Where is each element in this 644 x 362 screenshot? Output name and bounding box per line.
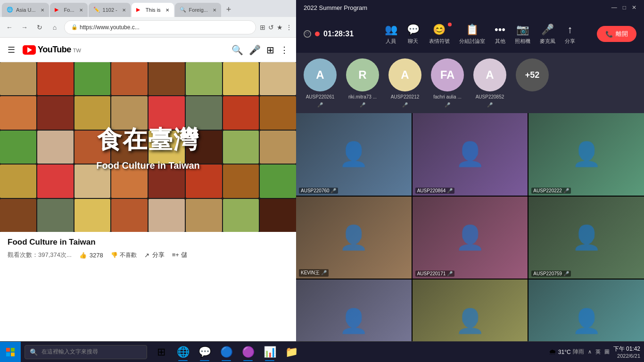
- participant-5[interactable]: A AUSP220852 🎤: [473, 58, 506, 107]
- zoom-toolbar: 🛡 01:28:31 👥 人員 💬 聊天 😊 表情符號 📋 分組討論室: [296, 15, 644, 53]
- zoom-tool-emoji[interactable]: 😊 表情符號: [429, 24, 450, 45]
- video-cell-1: 👤 AUSP220760 🎤: [296, 113, 412, 196]
- edge-icon: 🌐: [177, 346, 190, 358]
- tab-favicon-1: 🌐: [7, 7, 13, 13]
- tab-close-4[interactable]: ✕: [165, 8, 169, 13]
- taskbar-app-files[interactable]: ⊞: [151, 342, 172, 362]
- refresh-button[interactable]: ↻: [34, 22, 45, 33]
- zoom-tool-breakout[interactable]: 📋 分組討論室: [459, 24, 485, 45]
- participant-name-4: fachri aulia ...: [433, 94, 461, 99]
- tab-thisis[interactable]: ▶ This is ✕: [132, 3, 174, 17]
- youtube-page: ☰ YouTube TW 🔍 🎤 ⊞ ⋮: [0, 38, 296, 362]
- tab-asia[interactable]: 🌐 Asia U... ✕: [2, 3, 49, 17]
- start-button[interactable]: [0, 342, 21, 362]
- taskbar-app-ppt[interactable]: 📊: [259, 342, 280, 362]
- dislike-section[interactable]: 👎 不喜歡: [111, 251, 137, 259]
- menu-icon[interactable]: ☰: [8, 45, 15, 55]
- tray-ime-icon[interactable]: 圖: [604, 348, 610, 355]
- participant-2[interactable]: R riki.mitra73 ... 🎤: [346, 58, 379, 107]
- tab-close-1[interactable]: ✕: [41, 8, 44, 13]
- participant-4[interactable]: FA fachri aulia ... 🎤: [431, 58, 464, 107]
- microphone-icon[interactable]: 🎤: [249, 44, 261, 56]
- system-clock[interactable]: 下午 01:42 2022/6/21: [613, 345, 640, 359]
- record-indicator: [315, 32, 320, 36]
- close-button[interactable]: ✕: [632, 4, 636, 11]
- zoom-tool-mic[interactable]: 🎤 麥克風: [540, 24, 555, 45]
- tray-expand-icon[interactable]: ∧: [588, 349, 592, 355]
- search-icon[interactable]: 🔍: [231, 44, 243, 56]
- participant-mic-4: 🎤: [445, 102, 450, 107]
- breakout-icon: 📋: [466, 24, 479, 36]
- zoom-tool-people[interactable]: 👥 人員: [385, 24, 397, 45]
- taskbar: 🔍 在這裡輸入文字來搜尋 ⊞ 🌐 💬 🔵 🟣 📊 📁: [0, 341, 644, 362]
- tab-close-2[interactable]: ✕: [79, 8, 83, 13]
- zoom-window: 2022 Summer Program — □ ✕ 🛡 01:28:31 👥 人…: [296, 0, 644, 362]
- taskbar-app-teams[interactable]: 🟣: [238, 342, 258, 362]
- end-call-button[interactable]: 📞 離開: [597, 26, 636, 42]
- taskbar-search[interactable]: 🔍 在這裡輸入文字來搜尋: [25, 345, 147, 359]
- video-cell-6: 👤 AUSP220759 🎤: [528, 197, 644, 279]
- refresh-addr-icon[interactable]: ↺: [268, 24, 274, 31]
- video-placeholder-1: 👤: [296, 113, 412, 196]
- settings-icon[interactable]: ⋮: [286, 24, 292, 31]
- maximize-button[interactable]: □: [623, 4, 626, 11]
- taskbar-app-edge[interactable]: 🌐: [173, 342, 193, 362]
- tray-lang-icon[interactable]: 英: [595, 348, 601, 355]
- food-cell: [0, 131, 36, 164]
- tab-1102[interactable]: ✏️ 1102 - ✕: [89, 3, 131, 17]
- taskbar-app-line[interactable]: 💬: [194, 342, 215, 362]
- tab-fo[interactable]: ▶ Fo... ✕: [50, 3, 88, 17]
- video-grid: 👤 AUSP220760 🎤 👤 AUSP220864 🎤 👤 AUSP2202…: [296, 113, 644, 362]
- new-tab-button[interactable]: +: [222, 3, 235, 16]
- participant-mic-3: 🎤: [402, 102, 408, 107]
- food-cell: [0, 62, 36, 95]
- breakout-label: 分組討論室: [459, 38, 485, 45]
- food-cell: [186, 199, 222, 232]
- home-button[interactable]: ⌂: [49, 22, 60, 33]
- participant-name-1: AUSP220261: [306, 94, 335, 99]
- tab-foreign[interactable]: 🔍 Foreig... ✕: [175, 3, 221, 17]
- food-cell: [223, 62, 259, 95]
- search-icon: 🔍: [30, 348, 38, 356]
- video-cell-label-6: AUSP220759 🎤: [531, 271, 570, 277]
- zoom-tool-camera[interactable]: 📷 照相機: [515, 24, 530, 45]
- more-participants[interactable]: +52: [516, 58, 549, 91]
- back-button[interactable]: ←: [4, 22, 15, 33]
- participant-3[interactable]: A AUSP220212 🎤: [388, 58, 421, 107]
- tab-favicon-4: ▶: [136, 7, 143, 13]
- star-icon[interactable]: ★: [277, 24, 283, 31]
- avatar-initials-5: A: [486, 68, 494, 82]
- participant-1[interactable]: A AUSP220261 🎤: [304, 58, 337, 107]
- youtube-logo[interactable]: YouTube TW: [23, 45, 81, 55]
- extensions-icon[interactable]: ⊞: [260, 24, 265, 31]
- video-cell-label-1: AUSP220760 🎤: [299, 188, 338, 194]
- taskbar-app-chrome[interactable]: 🔵: [216, 342, 237, 362]
- forward-button[interactable]: →: [19, 22, 30, 33]
- taskbar-app-explorer[interactable]: 📁: [281, 342, 302, 362]
- zoom-tool-chat[interactable]: 💬 聊天: [407, 24, 420, 45]
- grid-icon[interactable]: ⊞: [266, 44, 274, 56]
- food-cell: [37, 96, 74, 129]
- zoom-titlebar: 2022 Summer Program — □ ✕: [296, 0, 644, 15]
- tab-close-3[interactable]: ✕: [122, 8, 126, 13]
- zoom-tool-more[interactable]: ••• 其他: [495, 24, 505, 45]
- shield-icon: 🛡: [304, 30, 311, 38]
- video-placeholder-3: 👤: [528, 113, 644, 196]
- zoom-tool-share[interactable]: ↑ 分享: [565, 24, 575, 45]
- people-icon: 👥: [385, 24, 397, 36]
- app-indicator: [178, 360, 188, 361]
- app-indicator: [243, 360, 253, 361]
- video-thumbnail[interactable]: 食在臺灣 Food Culture in Taiwan: [0, 62, 296, 232]
- call-timer: 01:28:31: [323, 30, 354, 38]
- weather-widget[interactable]: 🌧 31°C 陣雨: [549, 348, 584, 356]
- like-section[interactable]: 👍 3278: [79, 252, 103, 259]
- share-section[interactable]: ↗ 分享: [144, 251, 165, 259]
- participant-name-2: riki.mitra73 ...: [348, 94, 377, 99]
- video-cell-label-4: KEVIN王 🎤: [299, 269, 329, 277]
- minimize-button[interactable]: —: [611, 4, 617, 11]
- tab-close-5[interactable]: ✕: [213, 8, 216, 13]
- save-section[interactable]: ≡+ 儲: [172, 251, 187, 259]
- address-input[interactable]: 🔒 https://www.youtube.c...: [64, 20, 256, 34]
- zoom-tools: 👥 人員 💬 聊天 😊 表情符號 📋 分組討論室 ••• 其他 📷: [363, 24, 597, 45]
- more-options-icon[interactable]: ⋮: [280, 45, 289, 55]
